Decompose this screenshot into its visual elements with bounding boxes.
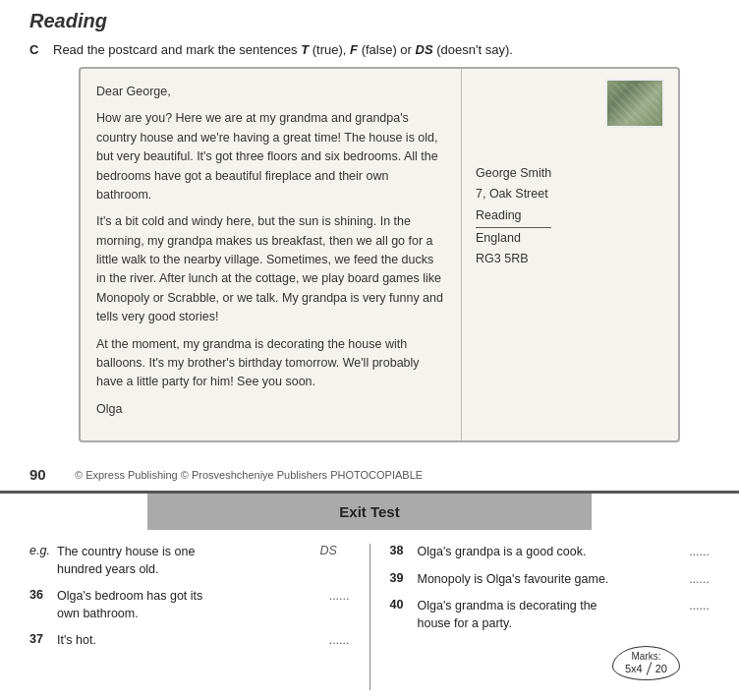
question-40: 40 Olga's grandma is decorating thehouse… [390,598,711,632]
postcard-body: Dear George, How are you? Here we are at… [81,69,462,440]
question-text-36: Olga's bedroom has got itsown bathroom. [57,588,305,622]
footer-bar: 90 © Express Publishing © Prosveshcheniy… [0,460,739,494]
marks-bracket: Marks: 5x4 20 [612,646,680,680]
question-answer-eg: DS [320,544,350,557]
postcard: Dear George, How are you? Here we are at… [79,67,680,442]
marks-box: Marks: 5x4 20 [390,642,711,690]
section-letter: C [29,42,45,57]
questions-left: e.g. The country house is onehundred yea… [29,544,370,690]
postcard-address-side: George Smith 7, Oak Street Reading Engla… [462,69,678,440]
copyright-text: © Express Publishing © Prosveshcheniye P… [75,469,423,481]
postcard-para-1: How are you? Here we are at my grandma a… [96,109,445,204]
question-num-40: 40 [390,598,412,612]
question-dots-39: ...... [670,571,710,586]
marks-formula: 5x4 [625,663,643,674]
postcard-salutation: Dear George, [96,83,445,101]
question-38: 38 Olga's grandpa is a good cook. ...... [390,544,711,561]
question-text-39: Monopoly is Olga's favourite game. [418,571,665,589]
marks-label: Marks: [632,651,661,662]
question-dots-38: ...... [670,544,710,558]
question-num-37: 37 [29,632,51,646]
question-num-eg: e.g. [29,544,51,557]
question-num-38: 38 [390,544,412,557]
question-dots-37: ...... [311,632,350,647]
question-39: 39 Monopoly is Olga's favourite game. ..… [390,571,711,589]
question-text-eg: The country house is onehundred years ol… [57,544,314,578]
question-dots-40: ...... [670,598,710,612]
instruction-row: C Read the postcard and mark the sentenc… [29,42,710,57]
page-title: Reading [29,10,710,32]
question-num-39: 39 [390,571,412,585]
marks-fraction: 5x4 20 [625,662,667,675]
page-number: 90 [29,466,59,483]
question-eg: e.g. The country house is onehundred yea… [29,544,350,578]
address-city: Reading [476,205,551,228]
address-name: George Smith [476,163,551,184]
question-text-40: Olga's grandma is decorating thehouse fo… [418,598,665,632]
marks-total: 20 [655,663,667,674]
questions-right: 38 Olga's grandpa is a good cook. ......… [370,544,711,690]
address-postcode: RG3 5RB [476,249,551,269]
question-num-36: 36 [29,588,51,602]
questions-area: e.g. The country house is onehundred yea… [0,530,739,700]
top-section: Reading C Read the postcard and mark the… [0,0,739,460]
postcard-para-2: It's a bit cold and windy here, but the … [96,212,445,326]
postcard-para-3: At the moment, my grandma is decorating … [96,335,445,392]
question-37: 37 It's hot. ...... [29,632,350,650]
address-street: 7, Oak Street [476,184,551,204]
question-text-38: Olga's grandpa is a good cook. [418,544,665,561]
question-dots-36: ...... [311,588,350,603]
question-text-37: It's hot. [57,632,305,650]
address-block: George Smith 7, Oak Street Reading Engla… [476,163,551,269]
postcard-signature: Olga [96,400,445,419]
bottom-section: Exit Test e.g. The country house is oneh… [0,494,739,700]
stamp [605,79,664,128]
address-country: England [476,228,551,249]
exit-test-header: Exit Test [147,494,592,530]
instruction-text: Read the postcard and mark the sentences… [53,42,513,57]
question-36: 36 Olga's bedroom has got itsown bathroo… [29,588,350,622]
